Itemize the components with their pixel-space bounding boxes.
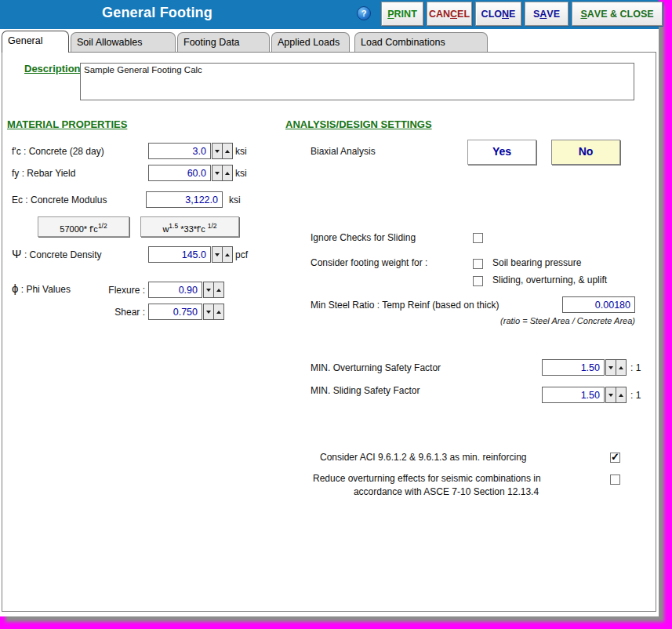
- analysis-settings-header: ANALYSIS/DESIGN SETTINGS: [285, 118, 432, 130]
- fy-unit: ksi: [235, 168, 247, 179]
- tab-load-combinations[interactable]: Load Combinations: [354, 32, 488, 53]
- fc-input[interactable]: [148, 143, 211, 159]
- fc-unit: ksi: [235, 146, 247, 157]
- psi-symbol: Ψ: [12, 247, 22, 260]
- flexure-input[interactable]: [148, 282, 202, 298]
- ec-formula-lightweight-button[interactable]: w1.5 *33*f'c 1/2: [140, 216, 239, 237]
- seismic-reduce-checkbox[interactable]: [610, 474, 620, 485]
- clone-button[interactable]: CLONE: [475, 2, 521, 26]
- spinner-up-icon[interactable]: [616, 387, 627, 403]
- overturning-sf-label: MIN. Overturning Safety Factor: [311, 362, 441, 373]
- density-input[interactable]: [148, 246, 211, 263]
- cancel-button[interactable]: CANCEL: [427, 2, 472, 26]
- title-bar-buttons: PRINT CANCEL CLONE SAVE SAVE & CLOSE: [381, 2, 663, 26]
- shear-spinner: [203, 304, 224, 320]
- soil-bearing-checkbox[interactable]: [473, 259, 483, 269]
- flexure-label: Flexure :: [89, 285, 145, 296]
- description-label: Description: [24, 63, 81, 75]
- material-properties-header: MATERIAL PROPERTIES: [7, 118, 127, 130]
- tab-general[interactable]: General: [2, 31, 69, 53]
- fc-label: f'c : Concrete (28 day): [12, 146, 104, 157]
- sliding-uplift-checkbox[interactable]: [473, 276, 483, 286]
- ec-input[interactable]: [146, 191, 223, 208]
- sliding-uplift-label: Sliding, overturning, & uplift: [492, 275, 607, 285]
- spinner-down-icon[interactable]: [212, 143, 223, 159]
- sliding-sf-suffix: : 1: [630, 390, 641, 401]
- aci-min-reinf-checkbox[interactable]: [610, 453, 620, 463]
- min-steel-ratio-label: Min Steel Ratio : Temp Reinf (based on t…: [311, 300, 499, 311]
- help-icon[interactable]: ?: [357, 6, 371, 20]
- tab-applied-loads[interactable]: Applied Loads: [271, 32, 350, 53]
- spinner-up-icon[interactable]: [222, 165, 233, 181]
- spinner-up-icon[interactable]: [213, 304, 224, 320]
- spinner-up-icon[interactable]: [222, 143, 233, 159]
- spinner-down-icon[interactable]: [605, 387, 616, 403]
- save-close-button[interactable]: SAVE & CLOSE: [572, 2, 663, 26]
- seismic-reduce-label-line1: Reduce overturning effects for seismic c…: [313, 473, 541, 484]
- flexure-spinner: [203, 282, 224, 298]
- spinner-down-icon[interactable]: [605, 359, 616, 376]
- title-bar: General Footing ? PRINT CANCEL CLONE SAV…: [0, 0, 659, 29]
- biaxial-yes-button[interactable]: Yes: [467, 140, 536, 165]
- spinner-down-icon[interactable]: [203, 282, 214, 298]
- phi-label: ϕ : Phi Values: [12, 282, 71, 295]
- fy-label: fy : Rebar Yield: [12, 168, 75, 179]
- spinner-up-icon[interactable]: [213, 282, 224, 298]
- tab-footing-data[interactable]: Footing Data: [177, 32, 270, 53]
- spinner-up-icon[interactable]: [616, 359, 627, 376]
- aci-min-reinf-label: Consider ACI 9.6.1.2 & 9.6.1.3 as min. r…: [320, 452, 526, 463]
- sliding-sf-label: MIN. Sliding Safety Factor: [311, 385, 420, 396]
- steel-ratio-note: (ratio = Steel Area / Concrete Area): [394, 316, 635, 325]
- save-button[interactable]: SAVE: [525, 2, 568, 26]
- overturning-sf-input[interactable]: [542, 359, 605, 376]
- spinner-down-icon[interactable]: [212, 246, 223, 263]
- print-button[interactable]: PRINT: [381, 2, 423, 26]
- biaxial-no-button[interactable]: No: [551, 140, 620, 165]
- overturning-sf-spinner: [605, 359, 627, 376]
- tab-soil-allowables[interactable]: Soil Allowables: [71, 32, 176, 53]
- fc-spinner: [212, 143, 233, 159]
- spinner-down-icon[interactable]: [203, 304, 214, 320]
- ec-unit: ksi: [229, 195, 241, 205]
- fy-input[interactable]: [148, 165, 211, 181]
- ec-label: Ec : Concrete Modulus: [12, 195, 107, 205]
- ignore-sliding-label: Ignore Checks for Sliding: [311, 232, 416, 243]
- description-input[interactable]: Sample General Footing Calc: [80, 63, 634, 100]
- ec-formula-normal-button[interactable]: 57000* f'c1/2: [38, 216, 129, 237]
- seismic-reduce-label-line2: accordance with ASCE 7-10 Section 12.13.…: [313, 486, 579, 497]
- fy-spinner: [212, 165, 233, 181]
- footing-weight-label: Consider footing weight for :: [311, 257, 427, 268]
- sliding-sf-spinner: [605, 387, 627, 403]
- shear-input[interactable]: [148, 304, 202, 320]
- general-footing-window: General Footing ? PRINT CANCEL CLONE SAV…: [0, 0, 659, 616]
- shear-label: Shear :: [89, 307, 145, 318]
- sliding-sf-input[interactable]: [542, 387, 605, 403]
- density-label: Ψ : Concrete Density: [12, 247, 102, 260]
- biaxial-label: Biaxial Analysis: [311, 146, 376, 157]
- min-steel-ratio-input[interactable]: [562, 296, 635, 313]
- general-tab-panel: Description Sample General Footing Calc …: [2, 52, 656, 612]
- spinner-up-icon[interactable]: [222, 246, 233, 263]
- density-spinner: [212, 246, 233, 263]
- ignore-sliding-checkbox[interactable]: [473, 233, 483, 243]
- window-title: General Footing: [102, 5, 212, 21]
- density-unit: pcf: [235, 249, 248, 260]
- spinner-down-icon[interactable]: [212, 165, 223, 181]
- overturning-sf-suffix: : 1: [630, 362, 641, 373]
- soil-bearing-label: Soil bearing pressure: [492, 257, 581, 268]
